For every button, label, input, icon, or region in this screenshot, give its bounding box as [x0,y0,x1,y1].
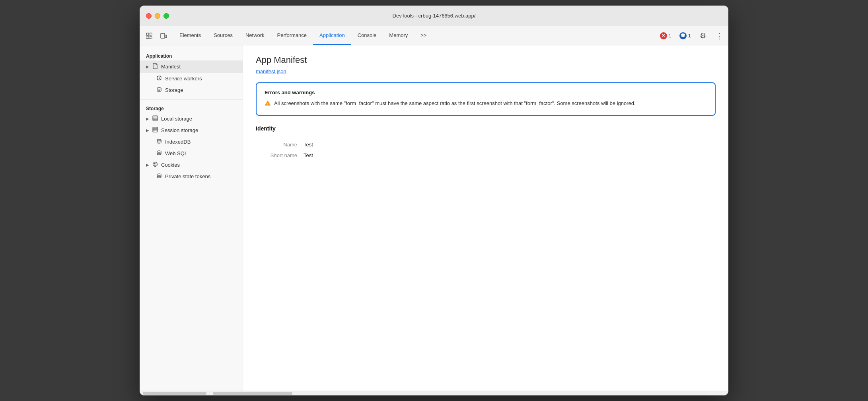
tab-application[interactable]: Application [313,26,351,45]
arrow-icon-local-storage: ▶ [146,117,149,121]
sidebar-item-web-sql[interactable]: Web SQL [140,148,243,159]
more-options-button[interactable]: ⋮ [712,29,725,42]
minimize-button[interactable] [155,13,160,19]
sidebar-item-storage-app[interactable]: Storage [140,84,243,96]
svg-rect-5 [165,35,167,38]
svg-rect-2 [146,36,149,39]
error-item-1: ! All screenshots with the same "form_fa… [265,99,707,109]
identity-row-short-name: Short name Test [256,152,716,158]
manifest-file-icon [152,63,158,70]
device-toggle-button[interactable] [157,29,170,42]
tab-sources[interactable]: Sources [207,26,239,45]
svg-rect-0 [146,33,149,35]
info-count-button[interactable]: 💬 1 [677,31,693,41]
info-count-label: 1 [688,33,691,39]
tab-console[interactable]: Console [351,26,383,45]
errors-box-title: Errors and warnings [265,90,707,95]
service-workers-icon [156,75,162,82]
sidebar-item-private-state[interactable]: Private state tokens [140,171,243,182]
error-badge: ✕ [660,32,667,39]
sidebar-item-indexeddb[interactable]: IndexedDB [140,136,243,148]
info-chat-icon: 💬 [680,33,686,38]
sidebar-item-manifest-label: Manifest [161,64,181,70]
sidebar-section-application: Application [140,50,243,60]
arrow-icon-cookies: ▶ [146,163,149,167]
svg-rect-3 [150,36,152,39]
storage-app-icon [156,87,162,93]
sidebar-item-session-storage-label: Session storage [161,127,198,133]
identity-name-label: Name [256,142,304,148]
sidebar-item-session-storage[interactable]: ▶ Session storage [140,125,243,136]
sidebar-item-manifest[interactable]: ▶ Manifest [140,60,243,73]
info-badge: 💬 [679,32,687,39]
error-message-1: All screenshots with the same "form_fact… [274,99,636,107]
maximize-button[interactable] [163,13,169,19]
sidebar-section-storage: Storage [140,103,243,113]
identity-short-name-value: Test [304,152,313,158]
svg-text:!: ! [267,102,269,106]
svg-point-25 [157,174,161,175]
error-x-icon: ✕ [662,33,665,38]
sidebar-item-local-storage[interactable]: ▶ Local storage [140,113,243,125]
tab-network[interactable]: Network [239,26,271,45]
sidebar-scrollbar[interactable] [143,392,206,395]
manifest-json-link[interactable]: manifest.json [256,68,716,74]
svg-point-22 [156,164,156,164]
sidebar-item-storage-label: Storage [165,87,183,93]
toolbar-right: ✕ 1 💬 1 ⚙ ⋮ [658,26,725,45]
sidebar-item-web-sql-label: Web SQL [165,150,187,156]
svg-point-23 [154,165,155,165]
devtools-window: DevTools - crbug-1476656.web.app/ Eleme [140,6,728,395]
arrow-icon-manifest: ▶ [146,64,149,69]
warning-triangle-icon: ! [265,100,271,109]
content-area: App Manifest manifest.json Errors and wa… [243,45,728,391]
svg-rect-1 [150,33,152,35]
web-sql-icon [156,150,162,157]
sidebar-item-cookies[interactable]: ▶ Cookies [140,159,243,171]
svg-point-7 [157,88,161,89]
ellipsis-icon: ⋮ [715,31,723,41]
sidebar-item-indexeddb-label: IndexedDB [165,139,191,145]
close-button[interactable] [146,13,152,19]
content-scrollbar[interactable] [213,392,292,395]
tab-more[interactable]: >> [414,26,433,45]
sidebar-item-service-workers[interactable]: Service workers [140,73,243,84]
sidebar-item-cookies-label: Cookies [161,162,180,168]
identity-row-name: Name Test [256,142,716,148]
sidebar-item-service-workers-label: Service workers [165,76,202,82]
svg-point-21 [154,163,155,164]
settings-button[interactable]: ⚙ [697,29,709,42]
inspect-element-button[interactable] [143,29,156,42]
bottom-bar [140,391,728,395]
sidebar-divider-1 [140,99,243,99]
error-count-label: 1 [669,33,671,39]
window-title: DevTools - crbug-1476656.web.app/ [393,13,476,19]
titlebar: DevTools - crbug-1476656.web.app/ [140,6,728,26]
error-count-button[interactable]: ✕ 1 [658,31,674,41]
arrow-icon-session-storage: ▶ [146,128,149,132]
traffic-lights [146,13,169,19]
errors-warnings-box: Errors and warnings ! All screenshots wi… [256,82,716,116]
private-state-icon [156,173,162,180]
sidebar-item-private-state-label: Private state tokens [165,173,210,179]
tab-performance[interactable]: Performance [271,26,313,45]
session-storage-icon [152,127,158,134]
gear-icon: ⚙ [700,31,706,40]
sidebar: Application ▶ Manifest [140,45,243,391]
toolbar-left [143,26,170,45]
svg-rect-4 [161,33,165,38]
identity-name-value: Test [304,142,313,148]
svg-point-19 [157,151,161,152]
sidebar-item-local-storage-label: Local storage [161,116,192,122]
svg-point-24 [156,165,156,165]
tab-bar: Elements Sources Network Performance App… [173,26,658,45]
local-storage-icon [152,115,158,122]
identity-section-title: Identity [256,125,716,135]
toolbar: Elements Sources Network Performance App… [140,26,728,45]
svg-point-18 [157,139,161,141]
cookies-icon [152,162,158,168]
page-title: App Manifest [256,55,716,65]
tab-elements[interactable]: Elements [173,26,207,45]
tab-memory[interactable]: Memory [383,26,414,45]
identity-short-name-label: Short name [256,152,304,158]
